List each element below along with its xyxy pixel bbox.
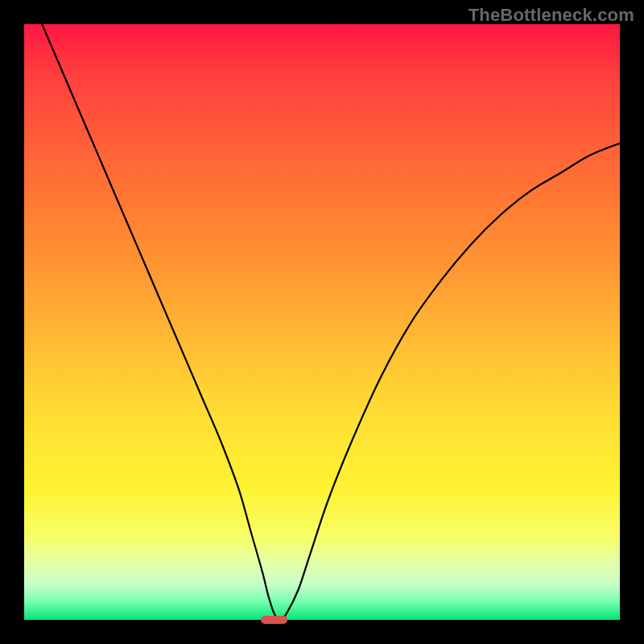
chart-frame: TheBottleneck.com bbox=[0, 0, 644, 644]
watermark-text: TheBottleneck.com bbox=[469, 5, 634, 26]
curve-path bbox=[42, 24, 620, 620]
optimum-marker bbox=[261, 616, 287, 624]
curve-layer bbox=[24, 24, 620, 620]
plot-area bbox=[24, 24, 620, 620]
